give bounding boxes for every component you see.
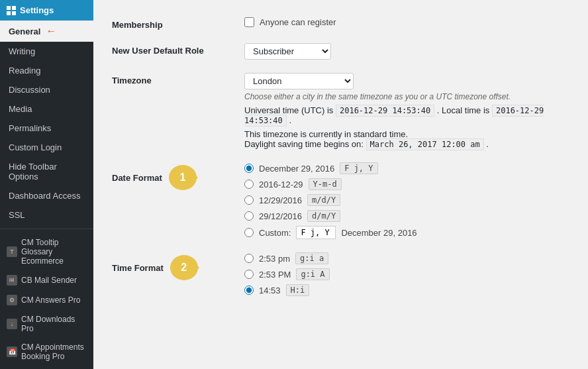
- date-format-radio-custom[interactable]: [244, 228, 254, 237]
- sidebar-item-dashboard-access-label: Dashboard Access: [9, 191, 80, 201]
- time-format-code-3: H:i: [286, 284, 310, 296]
- date-format-callout-num: 1: [179, 172, 185, 184]
- grid-icon: [7, 6, 16, 15]
- sidebar-item-writing[interactable]: Writing: [0, 42, 93, 61]
- sidebar-nav: General ← Writing Reading Discussion Med…: [0, 21, 93, 369]
- date-format-row: Date Format 1 December 29, 2016 F j, Y: [107, 156, 575, 246]
- timezone-hint: Choose either a city in the same timezon…: [244, 92, 569, 101]
- time-format-code-1: g:i a: [295, 252, 328, 264]
- sidebar-item-cm-tooltip[interactable]: T CM Tooltip Glossary Ecommerce: [0, 233, 93, 270]
- sidebar-item-ssl[interactable]: SSL: [0, 205, 93, 225]
- date-format-radio-1[interactable]: [244, 164, 254, 173]
- sidebar-item-cb-mail-label: CB Mail Sender: [21, 276, 77, 285]
- default-role-select[interactable]: Subscriber Editor Author Contributor Adm…: [244, 43, 331, 60]
- date-format-preview-1: December 29, 2016: [259, 164, 334, 174]
- default-role-label: New User Default Role: [107, 36, 239, 66]
- cm-appointments-icon: 📅: [7, 346, 17, 357]
- date-format-preview-4: 29/12/2016: [259, 211, 302, 221]
- sidebar: Settings General ← Writing Reading Discu…: [0, 0, 93, 369]
- membership-checkbox[interactable]: [244, 17, 254, 27]
- timezone-label: Timezone: [107, 66, 239, 156]
- date-format-option-4: 29/12/2016 d/m/Y: [244, 210, 569, 222]
- sidebar-item-general-label: General: [9, 26, 40, 36]
- sidebar-item-ssl-label: SSL: [9, 210, 25, 220]
- time-format-label: Time Format: [112, 263, 164, 273]
- utc-label: Universal time (UTC) is: [244, 105, 333, 115]
- std-time-msg: This timezone is currently in standard t…: [244, 129, 408, 139]
- membership-row: Membership Anyone can register: [107, 11, 575, 36]
- dst-label: Daylight saving time begins on:: [244, 139, 364, 149]
- sidebar-item-hide-toolbar[interactable]: Hide Toolbar Options: [0, 157, 93, 186]
- time-format-preview-3: 14:53: [259, 286, 281, 295]
- sidebar-item-writing-label: Writing: [9, 46, 35, 56]
- time-format-option-2: 2:53 PM g:i A: [244, 268, 569, 280]
- sidebar-item-reading-label: Reading: [9, 66, 40, 76]
- cm-downloads-icon: ↓: [7, 319, 17, 329]
- time-format-row: Time Format 2 2:53 pm g:i a: [107, 246, 575, 303]
- dst-value: March 26, 2017 12:00 am: [366, 138, 484, 150]
- settings-table: Membership Anyone can register New User …: [107, 11, 575, 303]
- date-format-option-1: December 29, 2016 F j, Y: [244, 162, 569, 174]
- sidebar-item-cm-downloads[interactable]: ↓ CM Downloads Pro: [0, 310, 93, 338]
- sidebar-item-cm-paged[interactable]: ▶ CM Paged Post Slider: [0, 366, 93, 369]
- sidebar-item-dashboard-access[interactable]: Dashboard Access: [0, 186, 93, 205]
- local-label: Local time is: [442, 105, 489, 115]
- date-format-code-1: F j, Y: [340, 162, 377, 174]
- sidebar-header-label: Settings: [20, 5, 54, 15]
- sidebar-item-discussion-label: Discussion: [9, 85, 50, 95]
- time-format-radio-2[interactable]: [244, 270, 254, 279]
- sidebar-item-general[interactable]: General ←: [0, 21, 93, 42]
- date-format-option-2: 2016-12-29 Y-m-d: [244, 178, 569, 190]
- date-format-custom-input[interactable]: [296, 226, 336, 239]
- sidebar-item-cm-appointments-label: CM Appointments Booking Pro: [21, 343, 87, 361]
- cb-mail-icon: ✉: [7, 275, 17, 286]
- date-format-code-4: d/m/Y: [307, 210, 340, 222]
- cm-tooltip-icon: T: [7, 246, 17, 257]
- date-format-radio-3[interactable]: [244, 195, 254, 205]
- date-format-preview-2: 2016-12-29: [259, 180, 303, 189]
- date-format-callout: 1: [169, 165, 197, 190]
- sidebar-item-custom-login-label: Custom Login: [9, 142, 62, 152]
- sidebar-item-permalinks-label: Permalinks: [9, 123, 51, 133]
- time-format-radio-3[interactable]: [244, 286, 254, 295]
- date-format-custom-preview: December 29, 2016: [341, 228, 416, 238]
- sidebar-divider: [0, 229, 93, 229]
- time-format-preview-1: 2:53 pm: [259, 254, 290, 264]
- sidebar-item-cm-answers-label: CM Answers Pro: [21, 295, 80, 305]
- sidebar-item-cm-appointments[interactable]: 📅 CM Appointments Booking Pro: [0, 338, 93, 366]
- time-format-label-wrap: Time Format 2: [112, 255, 228, 280]
- timezone-select[interactable]: London UTC America/New_York: [244, 73, 354, 89]
- sidebar-item-hide-toolbar-label: Hide Toolbar Options: [9, 162, 87, 182]
- time-format-option-1: 2:53 pm g:i a: [244, 252, 569, 264]
- timezone-row: Timezone London UTC America/New_York Cho…: [107, 66, 575, 156]
- sidebar-item-cb-mail[interactable]: ✉ CB Mail Sender: [0, 270, 93, 290]
- sidebar-item-cm-downloads-label: CM Downloads Pro: [21, 315, 87, 333]
- date-format-code-3: m/d/Y: [307, 194, 340, 206]
- time-format-callout: 2: [170, 255, 198, 280]
- sidebar-item-media[interactable]: Media: [0, 99, 93, 119]
- utc-value: 2016-12-29 14:53:40: [336, 105, 434, 117]
- membership-checkbox-row: Anyone can register: [244, 17, 569, 27]
- time-format-callout-num: 2: [181, 262, 187, 274]
- sidebar-item-discussion[interactable]: Discussion: [0, 80, 93, 99]
- date-format-radio-2[interactable]: [244, 180, 254, 189]
- time-format-options: 2:53 pm g:i a 2:53 PM g:i A 14:53 H:i: [244, 252, 569, 296]
- sidebar-item-cm-answers[interactable]: ⚙ CM Answers Pro: [0, 290, 93, 310]
- sidebar-item-permalinks[interactable]: Permalinks: [0, 119, 93, 138]
- time-format-preview-2: 2:53 PM: [259, 270, 291, 280]
- date-format-preview-3: 12/29/2016: [259, 195, 302, 205]
- cm-answers-icon: ⚙: [7, 295, 17, 305]
- sidebar-item-media-label: Media: [9, 104, 32, 114]
- arrow-icon: ←: [46, 25, 56, 37]
- dst-info: This timezone is currently in standard t…: [244, 129, 569, 149]
- main-content: Membership Anyone can register New User …: [93, 0, 588, 369]
- date-format-radio-4[interactable]: [244, 211, 254, 221]
- sidebar-item-custom-login[interactable]: Custom Login: [0, 138, 93, 157]
- sidebar-item-reading[interactable]: Reading: [0, 61, 93, 80]
- date-format-option-3: 12/29/2016 m/d/Y: [244, 194, 569, 206]
- time-format-radio-1[interactable]: [244, 254, 254, 263]
- sidebar-header: Settings: [0, 0, 93, 21]
- membership-label: Membership: [107, 11, 239, 36]
- date-format-custom-label: Custom:: [259, 228, 291, 238]
- date-format-option-custom: Custom: December 29, 2016: [244, 226, 569, 239]
